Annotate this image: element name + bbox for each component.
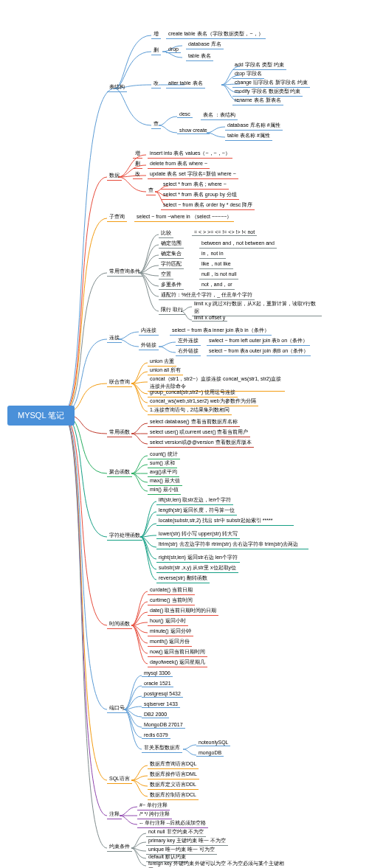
leaf: desc bbox=[177, 111, 193, 118]
leaf: select ~ from 表a outer join 表B on（条件） bbox=[207, 347, 311, 356]
leaf: dayofweek() 返回星期几 bbox=[148, 658, 207, 667]
leaf: lower(str) 转小写 upper(str) 转大写 bbox=[156, 530, 240, 539]
leaf: table 表名 bbox=[186, 52, 213, 61]
leaf: 增 bbox=[133, 149, 142, 159]
node-q[interactable]: 查 bbox=[151, 119, 161, 129]
node-func[interactable]: 常用函数 bbox=[107, 428, 132, 437]
leaf: min() 最小值 bbox=[148, 485, 181, 495]
leaf: update 表名 set 字段名=新值 where ~ bbox=[148, 170, 238, 179]
leaf: foreign key 外键约束 外键可以为空 不为空必须与某个主键相同 bbox=[146, 860, 291, 868]
node-del[interactable]: 删 bbox=[151, 46, 161, 55]
leaf: like，not like bbox=[199, 260, 233, 269]
leaf: 右外链接 bbox=[176, 347, 201, 356]
leaf: mysql 3306 bbox=[142, 670, 173, 677]
node-sql[interactable]: SQL语言 bbox=[107, 774, 132, 784]
leaf: 内连接 bbox=[139, 326, 159, 336]
leaf: select ~ from 表名 order by * desc 降序 bbox=[161, 201, 255, 210]
leaf: select database() 查看当前数据库名称 bbox=[148, 417, 240, 427]
leaf: 外链接 bbox=[139, 341, 159, 350]
leaf: select * from 表名 ; where ~ bbox=[161, 180, 229, 190]
leaf: sqlserver 1433 bbox=[142, 701, 180, 708]
leaf: alter table 表名 bbox=[166, 79, 205, 88]
node-time[interactable]: 时间函数 bbox=[107, 619, 132, 629]
leaf: in，not in bbox=[199, 249, 226, 259]
node-struct[interactable]: 表结构 bbox=[107, 83, 127, 92]
leaf: 非关系型数据库 bbox=[142, 743, 182, 753]
node-cond[interactable]: 常用查询条件 bbox=[107, 267, 142, 277]
leaf: 数据库操作语言DML bbox=[148, 770, 199, 780]
node-subq[interactable]: 子查询 bbox=[107, 212, 127, 222]
leaf: = < > >= <= != <> !> !< not bbox=[192, 229, 257, 236]
leaf: table 表名称 #属性 bbox=[225, 131, 272, 141]
node-agg[interactable]: 聚合函数 bbox=[107, 468, 132, 477]
leaf: now() 返回当前日期时间 bbox=[148, 647, 207, 657]
leaf: redis 6379 bbox=[142, 732, 170, 739]
leaf: oracle 1521 bbox=[142, 680, 173, 687]
leaf: rename 表名 新表名 bbox=[232, 96, 283, 105]
leaf: 1.连接查询语句，2结果集列数相同 bbox=[148, 406, 232, 415]
leaf: 左外连接 bbox=[176, 336, 201, 346]
node-add[interactable]: 增 bbox=[151, 29, 161, 39]
leaf: create table 表名（字段 数据类型，~，） bbox=[166, 29, 266, 39]
node-data[interactable]: 数据 bbox=[107, 171, 122, 181]
leaf: select ~ from 表a inner join 表b in（条件） bbox=[170, 326, 272, 336]
leaf: 数据库查询语言DQL bbox=[148, 760, 199, 769]
leaf: not，and，or bbox=[199, 280, 235, 290]
leaf: show create bbox=[177, 127, 210, 134]
leaf: 表名 ：表结构 bbox=[201, 111, 238, 120]
leaf: select version或@@version 查看数据库版本 bbox=[148, 438, 254, 448]
leaf: postgresql 5432 bbox=[142, 690, 183, 698]
leaf: 改 bbox=[133, 170, 142, 179]
leaf: length(str) 返回长度，符号算一位 bbox=[156, 506, 237, 515]
leaf: 数据库定义语言DDL bbox=[148, 780, 199, 790]
node-str[interactable]: 字符处理函数 bbox=[107, 531, 142, 541]
leaf: MongoDB 27017 bbox=[142, 721, 185, 729]
leaf: DB2 2000 bbox=[142, 711, 169, 718]
leaf: 多重条件 bbox=[159, 280, 184, 290]
leaf: 删 bbox=[133, 159, 142, 169]
leaf: select ~ from ~where in （select ~~~~~） bbox=[134, 212, 234, 222]
node-comment[interactable]: 注释 bbox=[107, 810, 122, 819]
node-port[interactable]: 端口号 bbox=[107, 704, 127, 713]
leaf: 比较 bbox=[159, 229, 173, 238]
leaf: lift(str,len) 取str左边，len个字符 bbox=[156, 496, 233, 505]
node-join[interactable]: 连接 bbox=[107, 333, 122, 343]
leaf: 确定范围 bbox=[159, 239, 184, 249]
leaf: swlect ~ from left outer join 表b on（条件） bbox=[207, 336, 310, 346]
leaf: locate(substr,str,2) 找出 str中 substr起始索引 … bbox=[156, 516, 294, 526]
node-union[interactable]: 联合查询 bbox=[107, 378, 132, 387]
leaf: delete from 表名 where ~ bbox=[148, 159, 210, 169]
leaf: reverse(str) 翻转函数 bbox=[156, 574, 210, 583]
leaf: limit x offset y bbox=[192, 314, 227, 322]
node-constraint[interactable]: 约束条件 bbox=[107, 842, 132, 852]
leaf: 确定集合 bbox=[159, 249, 184, 259]
leaf: null，is not null bbox=[199, 270, 238, 280]
leaf: select * from 表名 group by 分组 bbox=[161, 190, 239, 200]
leaf: 数据库控制语言DCL bbox=[148, 791, 199, 800]
leaf: 字符匹配 bbox=[159, 260, 184, 269]
leaf: noteonlySQL bbox=[196, 739, 230, 746]
leaf: select user() 或current user() 查看当前用户 bbox=[148, 428, 250, 437]
leaf: minute() 返回分钟 bbox=[148, 627, 193, 636]
leaf: 空置 bbox=[159, 270, 173, 280]
leaf: database 库名称 #属性 bbox=[225, 121, 283, 131]
leaf: 限行 取行 bbox=[159, 305, 185, 315]
leaf: substr(str ,x,y) 从str里 x位起取y位 bbox=[156, 563, 238, 573]
leaf: curtime() 当前时间 bbox=[148, 596, 195, 605]
node-mod[interactable]: 改 bbox=[151, 79, 161, 88]
leaf: between and，not between and bbox=[199, 239, 277, 249]
root-node[interactable]: MYSQL 笔记 bbox=[7, 406, 75, 426]
leaf: drop bbox=[166, 46, 181, 53]
leaf: month() 返回月份 bbox=[148, 637, 192, 647]
leaf: hour() 返回小时 bbox=[148, 617, 188, 626]
leaf: right(str,len) 返回str右边 len个字符 bbox=[156, 553, 240, 563]
leaf: database 库名 bbox=[186, 40, 224, 49]
leaf: date() 取当前日期时间的日期 bbox=[148, 606, 218, 616]
leaf: ltrim(str) 去左边字符串 rtrim(str) 去右边字符串 trim… bbox=[156, 540, 308, 549]
leaf: insert into 表名 values（~，~，~） bbox=[148, 149, 232, 159]
leaf: mongoDB bbox=[196, 749, 224, 757]
leaf: curdate() 当前日期 bbox=[148, 586, 195, 595]
leaf: 查 bbox=[146, 186, 156, 195]
